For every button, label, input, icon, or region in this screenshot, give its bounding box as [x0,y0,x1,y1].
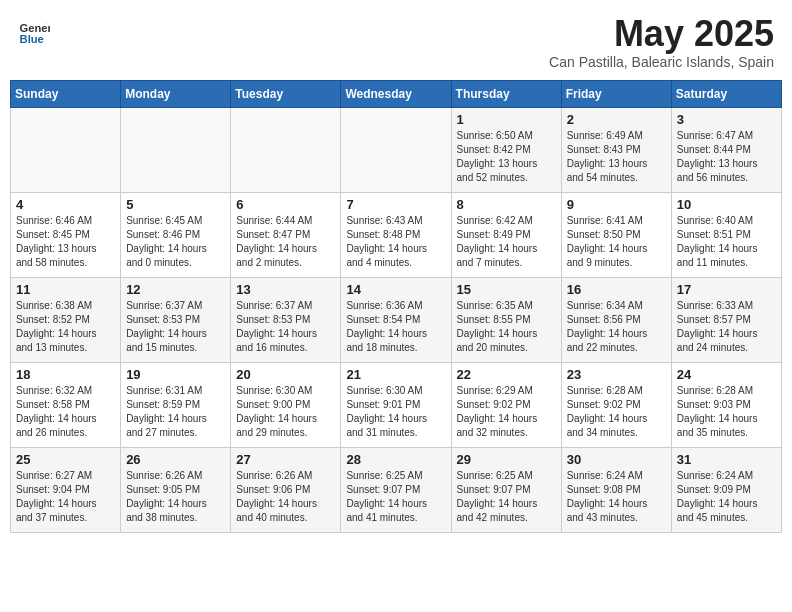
day-number: 11 [16,282,115,297]
day-info: Sunrise: 6:32 AM Sunset: 8:58 PM Dayligh… [16,384,115,440]
calendar-cell: 6Sunrise: 6:44 AM Sunset: 8:47 PM Daylig… [231,192,341,277]
calendar-cell: 1Sunrise: 6:50 AM Sunset: 8:42 PM Daylig… [451,107,561,192]
calendar-cell: 15Sunrise: 6:35 AM Sunset: 8:55 PM Dayli… [451,277,561,362]
day-info: Sunrise: 6:31 AM Sunset: 8:59 PM Dayligh… [126,384,225,440]
day-number: 10 [677,197,776,212]
calendar-table: SundayMondayTuesdayWednesdayThursdayFrid… [10,80,782,533]
day-info: Sunrise: 6:42 AM Sunset: 8:49 PM Dayligh… [457,214,556,270]
calendar-cell: 23Sunrise: 6:28 AM Sunset: 9:02 PM Dayli… [561,362,671,447]
calendar-cell: 7Sunrise: 6:43 AM Sunset: 8:48 PM Daylig… [341,192,451,277]
day-info: Sunrise: 6:38 AM Sunset: 8:52 PM Dayligh… [16,299,115,355]
calendar-cell: 17Sunrise: 6:33 AM Sunset: 8:57 PM Dayli… [671,277,781,362]
calendar-body: 1Sunrise: 6:50 AM Sunset: 8:42 PM Daylig… [11,107,782,532]
calendar-cell: 20Sunrise: 6:30 AM Sunset: 9:00 PM Dayli… [231,362,341,447]
day-number: 23 [567,367,666,382]
day-number: 27 [236,452,335,467]
day-info: Sunrise: 6:45 AM Sunset: 8:46 PM Dayligh… [126,214,225,270]
day-info: Sunrise: 6:34 AM Sunset: 8:56 PM Dayligh… [567,299,666,355]
calendar-cell: 12Sunrise: 6:37 AM Sunset: 8:53 PM Dayli… [121,277,231,362]
calendar-cell [341,107,451,192]
calendar-cell [121,107,231,192]
day-header-thursday: Thursday [451,80,561,107]
day-number: 30 [567,452,666,467]
calendar-week-5: 25Sunrise: 6:27 AM Sunset: 9:04 PM Dayli… [11,447,782,532]
day-info: Sunrise: 6:30 AM Sunset: 9:01 PM Dayligh… [346,384,445,440]
day-info: Sunrise: 6:28 AM Sunset: 9:03 PM Dayligh… [677,384,776,440]
day-number: 14 [346,282,445,297]
day-number: 19 [126,367,225,382]
day-info: Sunrise: 6:37 AM Sunset: 8:53 PM Dayligh… [236,299,335,355]
calendar-cell: 8Sunrise: 6:42 AM Sunset: 8:49 PM Daylig… [451,192,561,277]
svg-text:General: General [20,22,50,34]
logo: General Blue [18,14,50,46]
day-header-monday: Monday [121,80,231,107]
calendar-cell: 27Sunrise: 6:26 AM Sunset: 9:06 PM Dayli… [231,447,341,532]
day-info: Sunrise: 6:50 AM Sunset: 8:42 PM Dayligh… [457,129,556,185]
day-number: 13 [236,282,335,297]
calendar-header-row: SundayMondayTuesdayWednesdayThursdayFrid… [11,80,782,107]
page-header: General Blue May 2025 Can Pastilla, Bale… [10,10,782,74]
day-number: 5 [126,197,225,212]
calendar-cell: 16Sunrise: 6:34 AM Sunset: 8:56 PM Dayli… [561,277,671,362]
day-info: Sunrise: 6:27 AM Sunset: 9:04 PM Dayligh… [16,469,115,525]
month-title: May 2025 [549,14,774,54]
day-number: 16 [567,282,666,297]
calendar-cell: 11Sunrise: 6:38 AM Sunset: 8:52 PM Dayli… [11,277,121,362]
day-number: 25 [16,452,115,467]
day-number: 9 [567,197,666,212]
day-number: 6 [236,197,335,212]
calendar-cell: 2Sunrise: 6:49 AM Sunset: 8:43 PM Daylig… [561,107,671,192]
day-info: Sunrise: 6:44 AM Sunset: 8:47 PM Dayligh… [236,214,335,270]
day-number: 2 [567,112,666,127]
day-number: 21 [346,367,445,382]
day-number: 15 [457,282,556,297]
day-number: 29 [457,452,556,467]
day-info: Sunrise: 6:29 AM Sunset: 9:02 PM Dayligh… [457,384,556,440]
calendar-cell: 26Sunrise: 6:26 AM Sunset: 9:05 PM Dayli… [121,447,231,532]
day-info: Sunrise: 6:49 AM Sunset: 8:43 PM Dayligh… [567,129,666,185]
calendar-cell: 13Sunrise: 6:37 AM Sunset: 8:53 PM Dayli… [231,277,341,362]
day-header-saturday: Saturday [671,80,781,107]
day-number: 22 [457,367,556,382]
calendar-cell: 10Sunrise: 6:40 AM Sunset: 8:51 PM Dayli… [671,192,781,277]
day-info: Sunrise: 6:30 AM Sunset: 9:00 PM Dayligh… [236,384,335,440]
calendar-cell: 4Sunrise: 6:46 AM Sunset: 8:45 PM Daylig… [11,192,121,277]
day-info: Sunrise: 6:37 AM Sunset: 8:53 PM Dayligh… [126,299,225,355]
day-number: 1 [457,112,556,127]
day-info: Sunrise: 6:47 AM Sunset: 8:44 PM Dayligh… [677,129,776,185]
calendar-week-1: 1Sunrise: 6:50 AM Sunset: 8:42 PM Daylig… [11,107,782,192]
day-info: Sunrise: 6:24 AM Sunset: 9:08 PM Dayligh… [567,469,666,525]
svg-text:Blue: Blue [20,33,44,45]
calendar-cell: 14Sunrise: 6:36 AM Sunset: 8:54 PM Dayli… [341,277,451,362]
day-info: Sunrise: 6:25 AM Sunset: 9:07 PM Dayligh… [346,469,445,525]
day-info: Sunrise: 6:26 AM Sunset: 9:06 PM Dayligh… [236,469,335,525]
day-header-tuesday: Tuesday [231,80,341,107]
calendar-cell: 24Sunrise: 6:28 AM Sunset: 9:03 PM Dayli… [671,362,781,447]
day-number: 28 [346,452,445,467]
day-info: Sunrise: 6:33 AM Sunset: 8:57 PM Dayligh… [677,299,776,355]
day-info: Sunrise: 6:25 AM Sunset: 9:07 PM Dayligh… [457,469,556,525]
day-number: 24 [677,367,776,382]
calendar-week-3: 11Sunrise: 6:38 AM Sunset: 8:52 PM Dayli… [11,277,782,362]
day-info: Sunrise: 6:35 AM Sunset: 8:55 PM Dayligh… [457,299,556,355]
day-number: 26 [126,452,225,467]
day-info: Sunrise: 6:26 AM Sunset: 9:05 PM Dayligh… [126,469,225,525]
calendar-cell [231,107,341,192]
day-number: 8 [457,197,556,212]
day-number: 20 [236,367,335,382]
day-header-friday: Friday [561,80,671,107]
day-header-wednesday: Wednesday [341,80,451,107]
calendar-cell: 25Sunrise: 6:27 AM Sunset: 9:04 PM Dayli… [11,447,121,532]
day-number: 17 [677,282,776,297]
calendar-week-4: 18Sunrise: 6:32 AM Sunset: 8:58 PM Dayli… [11,362,782,447]
day-info: Sunrise: 6:40 AM Sunset: 8:51 PM Dayligh… [677,214,776,270]
day-info: Sunrise: 6:28 AM Sunset: 9:02 PM Dayligh… [567,384,666,440]
day-header-sunday: Sunday [11,80,121,107]
day-number: 31 [677,452,776,467]
day-info: Sunrise: 6:24 AM Sunset: 9:09 PM Dayligh… [677,469,776,525]
day-info: Sunrise: 6:46 AM Sunset: 8:45 PM Dayligh… [16,214,115,270]
day-number: 3 [677,112,776,127]
calendar-cell [11,107,121,192]
calendar-week-2: 4Sunrise: 6:46 AM Sunset: 8:45 PM Daylig… [11,192,782,277]
title-block: May 2025 Can Pastilla, Balearic Islands,… [549,14,774,70]
